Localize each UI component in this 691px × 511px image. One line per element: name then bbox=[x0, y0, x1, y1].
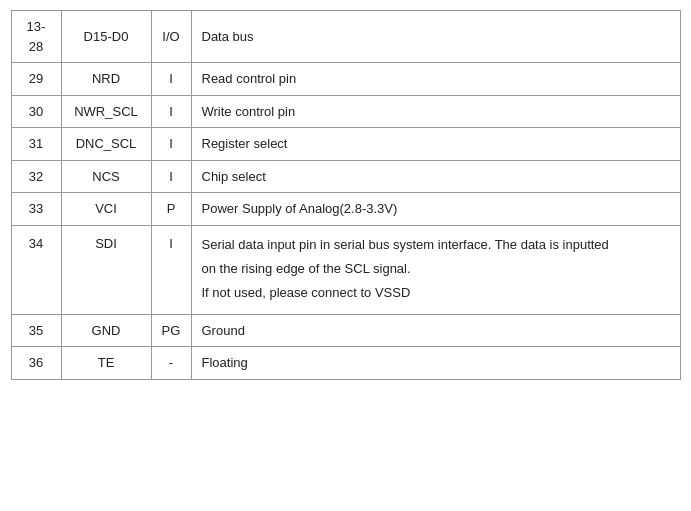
pin-table: 13-28D15-D0I/OData bus29NRDIRead control… bbox=[11, 10, 681, 380]
pin-number: 31 bbox=[11, 128, 61, 161]
pin-name: DNC_SCL bbox=[61, 128, 151, 161]
pin-name: TE bbox=[61, 347, 151, 380]
pin-name: GND bbox=[61, 314, 151, 347]
table-row: 34SDIISerial data input pin in serial bu… bbox=[11, 225, 680, 314]
pin-number: 29 bbox=[11, 63, 61, 96]
pin-type: I bbox=[151, 225, 191, 314]
pin-number: 32 bbox=[11, 160, 61, 193]
pin-type: I/O bbox=[151, 11, 191, 63]
table-row: 33VCIPPower Supply of Analog(2.8-3.3V) bbox=[11, 193, 680, 226]
table-row: 31DNC_SCLIRegister select bbox=[11, 128, 680, 161]
pin-description: Data bus bbox=[191, 11, 680, 63]
pin-number: 33 bbox=[11, 193, 61, 226]
pin-number: 35 bbox=[11, 314, 61, 347]
pin-number: 30 bbox=[11, 95, 61, 128]
table-row: 36TE-Floating bbox=[11, 347, 680, 380]
description-line: If not used, please connect to VSSD bbox=[202, 282, 670, 304]
table-row: 35GNDPGGround bbox=[11, 314, 680, 347]
description-line: Serial data input pin in serial bus syst… bbox=[202, 234, 670, 256]
pin-name: NRD bbox=[61, 63, 151, 96]
pin-type: I bbox=[151, 63, 191, 96]
pin-description: Power Supply of Analog(2.8-3.3V) bbox=[191, 193, 680, 226]
pin-type: P bbox=[151, 193, 191, 226]
table-row: 29NRDIRead control pin bbox=[11, 63, 680, 96]
pin-description: Write control pin bbox=[191, 95, 680, 128]
pin-type: PG bbox=[151, 314, 191, 347]
pin-name: NCS bbox=[61, 160, 151, 193]
description-line: on the rising edge of the SCL signal. bbox=[202, 258, 670, 280]
pin-description: Serial data input pin in serial bus syst… bbox=[191, 225, 680, 314]
table-row: 13-28D15-D0I/OData bus bbox=[11, 11, 680, 63]
pin-number: 36 bbox=[11, 347, 61, 380]
pin-description: Ground bbox=[191, 314, 680, 347]
table-row: 30NWR_SCLIWrite control pin bbox=[11, 95, 680, 128]
pin-description: Floating bbox=[191, 347, 680, 380]
pin-type: I bbox=[151, 128, 191, 161]
pin-description: Chip select bbox=[191, 160, 680, 193]
pin-type: I bbox=[151, 160, 191, 193]
pin-description: Read control pin bbox=[191, 63, 680, 96]
pin-type: - bbox=[151, 347, 191, 380]
pin-table-wrapper: 13-28D15-D0I/OData bus29NRDIRead control… bbox=[11, 10, 681, 380]
pin-number: 34 bbox=[11, 225, 61, 314]
pin-type: I bbox=[151, 95, 191, 128]
pin-description: Register select bbox=[191, 128, 680, 161]
pin-name: SDI bbox=[61, 225, 151, 314]
pin-name: VCI bbox=[61, 193, 151, 226]
table-row: 32NCSIChip select bbox=[11, 160, 680, 193]
pin-name: NWR_SCL bbox=[61, 95, 151, 128]
pin-number: 13-28 bbox=[11, 11, 61, 63]
pin-name: D15-D0 bbox=[61, 11, 151, 63]
